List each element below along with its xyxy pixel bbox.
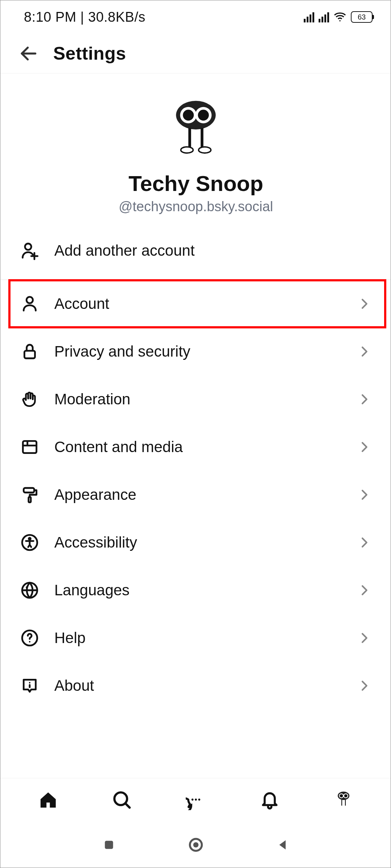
settings-item-about[interactable]: About xyxy=(0,662,391,710)
settings-item-moderation[interactable]: Moderation xyxy=(0,375,391,423)
settings-item-account[interactable]: Account xyxy=(0,280,391,328)
svg-point-37 xyxy=(340,794,343,797)
bell-icon xyxy=(260,790,280,810)
settings-item-label: Help xyxy=(54,629,357,647)
svg-rect-8 xyxy=(201,128,203,149)
settings-item-languages[interactable]: Languages xyxy=(0,566,391,614)
svg-point-6 xyxy=(198,110,209,120)
battery-level: 63 xyxy=(358,13,366,21)
page-title: Settings xyxy=(53,43,126,64)
user-icon xyxy=(20,294,39,313)
settings-item-accessibility[interactable]: Accessibility xyxy=(0,519,391,566)
settings-item-content[interactable]: Content and media xyxy=(0,423,391,471)
profile-display-name: Techy Snoop xyxy=(129,171,263,196)
svg-point-27 xyxy=(29,682,30,684)
home-icon xyxy=(38,790,58,810)
chevron-right-icon xyxy=(357,631,371,645)
svg-point-22 xyxy=(29,538,31,540)
svg-rect-15 xyxy=(24,351,35,358)
svg-rect-16 xyxy=(23,441,37,453)
sys-back[interactable] xyxy=(275,837,291,853)
settings-item-label: Moderation xyxy=(54,391,357,408)
nav-home[interactable] xyxy=(38,790,58,810)
bottom-nav xyxy=(0,778,391,821)
triangle-left-icon xyxy=(276,838,290,852)
avatar-icon xyxy=(335,791,353,809)
sys-home[interactable] xyxy=(188,837,204,853)
settings-item-label: Accessibility xyxy=(54,534,357,551)
svg-point-26 xyxy=(29,641,30,642)
svg-rect-41 xyxy=(105,841,113,849)
app-bar: Settings xyxy=(0,34,391,73)
status-time-net: 8:10 PM | 30.8KB/s xyxy=(24,9,146,25)
back-button[interactable] xyxy=(15,40,42,67)
svg-rect-39 xyxy=(341,799,342,805)
svg-rect-20 xyxy=(29,497,31,502)
svg-point-24 xyxy=(26,586,28,588)
cellular-signal-icon-2 xyxy=(319,12,329,22)
nav-chat[interactable] xyxy=(186,790,206,810)
profile-handle: @techysnoop.bsky.social xyxy=(119,199,273,214)
nav-notifications[interactable] xyxy=(260,790,280,810)
svg-point-11 xyxy=(25,244,31,250)
system-nav xyxy=(0,821,391,868)
settings-item-label: Appearance xyxy=(54,486,357,503)
chevron-right-icon xyxy=(357,583,371,597)
help-icon xyxy=(20,629,39,647)
sys-recent[interactable] xyxy=(101,837,117,853)
user-plus-icon xyxy=(20,241,39,260)
settings-item-label: Account xyxy=(54,295,357,312)
wifi-icon xyxy=(333,10,346,24)
chevron-right-icon xyxy=(357,535,371,550)
info-icon xyxy=(20,676,39,695)
svg-rect-19 xyxy=(24,488,34,493)
chevron-right-icon xyxy=(357,297,371,311)
settings-content: Techy Snoop @techysnoop.bsky.social Add … xyxy=(0,73,391,778)
settings-item-privacy[interactable]: Privacy and security xyxy=(0,328,391,375)
chevron-right-icon xyxy=(357,440,371,454)
chevron-right-icon xyxy=(357,488,371,502)
circle-icon xyxy=(188,837,204,853)
svg-point-38 xyxy=(344,794,348,797)
layout-icon xyxy=(20,438,39,456)
svg-point-0 xyxy=(339,20,341,22)
settings-item-appearance[interactable]: Appearance xyxy=(0,471,391,519)
arrow-left-icon xyxy=(18,43,39,64)
status-bar: 8:10 PM | 30.8KB/s 63 xyxy=(0,0,391,34)
cellular-signal-icon xyxy=(304,12,314,22)
svg-rect-40 xyxy=(345,799,346,805)
add-account-row[interactable]: Add another account xyxy=(0,229,391,272)
nav-search[interactable] xyxy=(112,790,132,810)
square-icon xyxy=(103,839,115,851)
globe-icon xyxy=(20,581,39,600)
svg-point-33 xyxy=(198,799,201,801)
status-indicators: 63 xyxy=(304,10,373,24)
add-account-label: Add another account xyxy=(54,242,371,259)
chevron-right-icon xyxy=(357,344,371,359)
lock-icon xyxy=(20,342,39,361)
settings-item-help[interactable]: Help xyxy=(0,614,391,662)
svg-point-5 xyxy=(183,110,194,120)
paint-roller-icon xyxy=(20,485,39,504)
chat-icon xyxy=(186,790,206,810)
svg-point-9 xyxy=(181,147,193,153)
svg-point-31 xyxy=(192,799,194,801)
search-icon xyxy=(112,790,132,810)
profile-header[interactable]: Techy Snoop @techysnoop.bsky.social xyxy=(0,73,391,229)
nav-profile[interactable] xyxy=(333,790,354,810)
settings-item-label: Content and media xyxy=(54,438,357,456)
accessibility-icon xyxy=(20,533,39,552)
svg-line-30 xyxy=(125,803,130,808)
chevron-right-icon xyxy=(357,392,371,407)
chevron-right-icon xyxy=(357,678,371,693)
svg-point-43 xyxy=(193,842,199,848)
settings-item-label: Languages xyxy=(54,582,357,599)
svg-point-14 xyxy=(26,297,33,303)
settings-item-label: About xyxy=(54,677,357,694)
settings-item-label: Privacy and security xyxy=(54,343,357,360)
hand-icon xyxy=(20,390,39,409)
svg-point-32 xyxy=(195,799,197,801)
avatar xyxy=(165,99,227,160)
battery-indicator: 63 xyxy=(351,11,373,23)
svg-point-10 xyxy=(199,147,211,153)
